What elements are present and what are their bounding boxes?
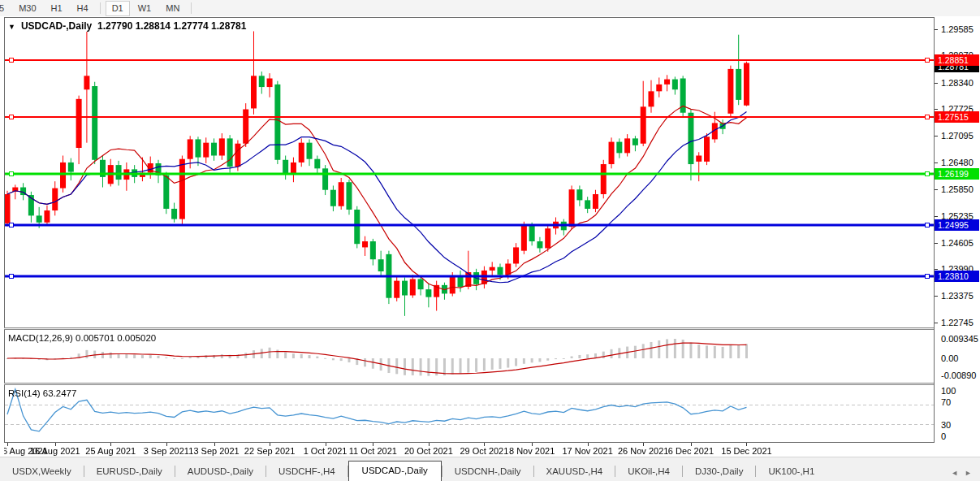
hline-price-badge: 1.28851 — [935, 54, 979, 66]
price-tick — [935, 83, 938, 84]
timeframe-button-5[interactable]: 5 — [0, 1, 11, 16]
rsi-pane-canvas[interactable] — [5, 385, 934, 442]
date-label: 15 Dec 2021 — [711, 446, 781, 456]
hline-price-badge: 1.24995 — [935, 219, 979, 231]
price-tick-label: 1.25850 — [941, 184, 974, 194]
price-tick — [935, 162, 938, 163]
symbol-period-label: USDCAD-,Daily — [21, 20, 92, 32]
ohlc-values: 1.27790 1.28814 1.27774 1.28781 — [97, 20, 247, 32]
toolbar-separator — [191, 2, 192, 14]
indicator-axis-label: 100 — [941, 386, 956, 396]
timeframe-button-h1[interactable]: H1 — [45, 1, 69, 16]
timeframe-toolbar: 5M30H1H4D1W1MN — [0, 0, 980, 17]
tab-scroll-controls: ◄► — [951, 469, 980, 481]
indicator-axis-label: 0.00 — [941, 353, 958, 363]
price-tick-label: 1.29585 — [941, 24, 974, 34]
macd-main-value: 0.005701 — [76, 333, 114, 343]
chart-tab-usdcnh-[interactable]: USDCNH-,Daily — [443, 462, 533, 481]
price-tick — [935, 109, 938, 110]
macd-indicator-label: MACD(12,26,9) 0.005701 0.005020 — [8, 333, 156, 343]
timeframe-button-d1[interactable]: D1 — [106, 1, 130, 16]
hline-price-badge: 1.27515 — [935, 111, 979, 123]
timeframe-button-mn[interactable]: MN — [159, 1, 186, 16]
indicator-axis-label: 0 — [941, 431, 946, 441]
chart-tab-audusd-[interactable]: AUDUSD-,Daily — [175, 462, 266, 481]
price-tick-label: 1.23375 — [941, 291, 974, 301]
chart-tab-eurusd-[interactable]: EURUSD-,Daily — [84, 462, 175, 481]
chart-tab-ukoil-[interactable]: UKOil-,H4 — [615, 462, 682, 481]
price-tick — [935, 136, 938, 136]
macd-signal-value: 0.005020 — [117, 333, 156, 343]
price-tick — [935, 243, 938, 244]
hline-price-badge: 1.26199 — [935, 168, 979, 180]
chart-tab-usdx[interactable]: USDX,Weekly — [0, 462, 84, 481]
price-tick — [935, 216, 938, 217]
timeframe-button-w1[interactable]: W1 — [132, 1, 158, 16]
rsi-indicator-label: RSI(14) 63.2477 — [8, 388, 76, 398]
indicator-axis-label: -0.00890 — [941, 370, 976, 380]
price-tick-label: 1.24605 — [941, 238, 974, 248]
timeframe-button-h4[interactable]: H4 — [71, 1, 95, 16]
hline-price-badge: 1.23810 — [935, 271, 979, 282]
price-tick — [935, 189, 938, 190]
price-tick — [935, 29, 938, 30]
chart-tab-usdchf-[interactable]: USDCHF-,H4 — [266, 462, 348, 481]
tabs-scroll-left-icon[interactable]: ◄ — [951, 469, 958, 477]
indicator-axis-label: 70 — [941, 397, 951, 407]
tabs-scroll-right-icon[interactable]: ► — [965, 469, 972, 477]
chart-tab-xauusd-[interactable]: XAUUSD-,H4 — [534, 462, 615, 481]
toolbar-separator — [100, 2, 101, 14]
price-tick — [935, 323, 938, 323]
rsi-value: 63.2477 — [43, 388, 77, 398]
mt4-terminal: 5M30H1H4D1W1MN ▼USDCAD-,Daily 1.27790 1.… — [0, 0, 980, 481]
price-tick-label: 1.27095 — [941, 131, 974, 141]
price-tick — [935, 296, 938, 297]
chart-tab-bar: USDX,WeeklyEURUSD-,DailyAUDUSD-,DailyUSD… — [0, 457, 980, 481]
chart-tab-usdcad-[interactable]: USDCAD-,Daily — [348, 461, 442, 481]
price-tick-label: 1.22745 — [941, 318, 974, 327]
indicator-axis-label: 30 — [941, 420, 951, 430]
timeframe-button-m30[interactable]: M30 — [12, 1, 42, 16]
chart-tab-dj30-[interactable]: DJ30-,Daily — [683, 462, 755, 481]
date-axis[interactable]: 6 Aug 202116 Aug 202125 Aug 20213 Sep 20… — [4, 443, 935, 457]
chart-tab-uk100-[interactable]: UK100-,H1 — [756, 462, 827, 481]
macd-name: MACD(12,26,9) — [8, 333, 73, 343]
chevron-down-icon[interactable]: ▼ — [8, 23, 15, 31]
price-chart-canvas[interactable] — [5, 18, 934, 327]
chart-title: ▼USDCAD-,Daily 1.27790 1.28814 1.27774 1… — [8, 20, 246, 32]
price-tick-label: 1.28340 — [941, 78, 974, 88]
chart-border-right — [934, 17, 935, 456]
rsi-name: RSI(14) — [8, 388, 41, 398]
indicator-axis-label: 0.009345 — [941, 334, 978, 344]
price-tick-label: 1.26480 — [941, 158, 974, 167]
chart-window: ▼USDCAD-,Daily 1.27790 1.28814 1.27774 1… — [0, 16, 980, 457]
